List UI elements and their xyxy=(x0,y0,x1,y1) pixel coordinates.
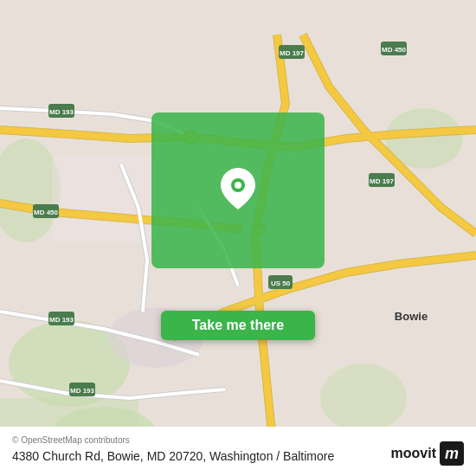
svg-point-5 xyxy=(320,363,407,433)
svg-text:MD 193: MD 193 xyxy=(49,316,74,324)
svg-text:MD 450: MD 450 xyxy=(382,46,407,54)
map-container: MD 197 MD 450 MD 193 MD 450 MD 197 MD 19… xyxy=(0,0,476,476)
location-pin xyxy=(221,168,255,213)
take-me-there-button[interactable]: Take me there xyxy=(161,311,315,340)
svg-text:MD 193: MD 193 xyxy=(70,387,95,395)
svg-text:US 50: US 50 xyxy=(271,280,291,287)
moovit-logo: moovit m xyxy=(391,441,464,466)
svg-text:Bowie: Bowie xyxy=(395,310,428,323)
svg-text:MD 450: MD 450 xyxy=(34,209,59,216)
moovit-text: moovit xyxy=(391,446,436,461)
svg-text:MD 193: MD 193 xyxy=(49,108,74,116)
svg-text:MD 197: MD 197 xyxy=(280,49,305,57)
moovit-icon: m xyxy=(440,441,464,466)
svg-text:MD 197: MD 197 xyxy=(370,177,395,185)
svg-point-29 xyxy=(235,182,241,189)
map-popup: Take me there xyxy=(151,113,325,268)
